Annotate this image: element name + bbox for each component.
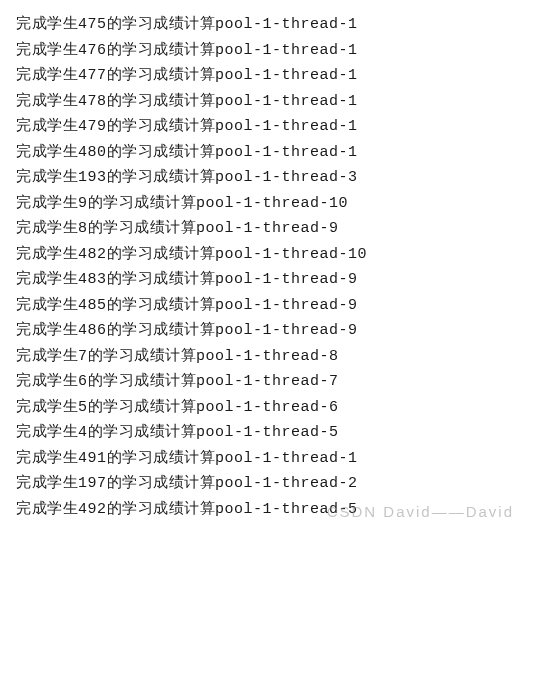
log-prefix: 完成学生 bbox=[16, 297, 78, 314]
log-prefix: 完成学生 bbox=[16, 16, 78, 33]
log-thread-name: pool-1-thread-1 bbox=[215, 118, 358, 135]
log-thread-name: pool-1-thread-3 bbox=[215, 169, 358, 186]
log-line: 完成学生193的学习成绩计算pool-1-thread-3 bbox=[16, 165, 518, 191]
log-student-id: 475 bbox=[78, 16, 107, 33]
log-prefix: 完成学生 bbox=[16, 118, 78, 135]
log-line: 完成学生9的学习成绩计算pool-1-thread-10 bbox=[16, 191, 518, 217]
log-prefix: 完成学生 bbox=[16, 322, 78, 339]
log-middle: 的学习成绩计算 bbox=[107, 118, 216, 135]
log-middle: 的学习成绩计算 bbox=[107, 144, 216, 161]
log-prefix: 完成学生 bbox=[16, 220, 78, 237]
log-thread-name: pool-1-thread-6 bbox=[196, 399, 339, 416]
log-line: 完成学生477的学习成绩计算pool-1-thread-1 bbox=[16, 63, 518, 89]
log-thread-name: pool-1-thread-5 bbox=[215, 501, 358, 518]
log-thread-name: pool-1-thread-1 bbox=[215, 67, 358, 84]
log-line: 完成学生475的学习成绩计算pool-1-thread-1 bbox=[16, 12, 518, 38]
log-student-id: 5 bbox=[78, 399, 88, 416]
log-line: 完成学生478的学习成绩计算pool-1-thread-1 bbox=[16, 89, 518, 115]
log-line: 完成学生491的学习成绩计算pool-1-thread-1 bbox=[16, 446, 518, 472]
log-prefix: 完成学生 bbox=[16, 450, 78, 467]
log-line: 完成学生7的学习成绩计算pool-1-thread-8 bbox=[16, 344, 518, 370]
log-thread-name: pool-1-thread-5 bbox=[196, 424, 339, 441]
log-thread-name: pool-1-thread-7 bbox=[196, 373, 339, 390]
log-middle: 的学习成绩计算 bbox=[107, 246, 216, 263]
log-student-id: 7 bbox=[78, 348, 88, 365]
log-prefix: 完成学生 bbox=[16, 348, 78, 365]
log-thread-name: pool-1-thread-1 bbox=[215, 450, 358, 467]
log-prefix: 完成学生 bbox=[16, 373, 78, 390]
log-middle: 的学习成绩计算 bbox=[88, 348, 197, 365]
log-student-id: 8 bbox=[78, 220, 88, 237]
log-middle: 的学习成绩计算 bbox=[88, 373, 197, 390]
log-student-id: 4 bbox=[78, 424, 88, 441]
log-thread-name: pool-1-thread-8 bbox=[196, 348, 339, 365]
log-middle: 的学习成绩计算 bbox=[88, 220, 197, 237]
log-middle: 的学习成绩计算 bbox=[107, 271, 216, 288]
log-thread-name: pool-1-thread-1 bbox=[215, 16, 358, 33]
log-thread-name: pool-1-thread-10 bbox=[196, 195, 348, 212]
log-student-id: 485 bbox=[78, 297, 107, 314]
log-student-id: 482 bbox=[78, 246, 107, 263]
log-line: 完成学生480的学习成绩计算pool-1-thread-1 bbox=[16, 140, 518, 166]
log-line: 完成学生479的学习成绩计算pool-1-thread-1 bbox=[16, 114, 518, 140]
log-student-id: 479 bbox=[78, 118, 107, 135]
log-prefix: 完成学生 bbox=[16, 399, 78, 416]
log-middle: 的学习成绩计算 bbox=[107, 169, 216, 186]
log-line: 完成学生4的学习成绩计算pool-1-thread-5 bbox=[16, 420, 518, 446]
log-line: 完成学生5的学习成绩计算pool-1-thread-6 bbox=[16, 395, 518, 421]
log-student-id: 477 bbox=[78, 67, 107, 84]
log-prefix: 完成学生 bbox=[16, 42, 78, 59]
log-student-id: 491 bbox=[78, 450, 107, 467]
log-prefix: 完成学生 bbox=[16, 475, 78, 492]
log-student-id: 197 bbox=[78, 475, 107, 492]
log-middle: 的学习成绩计算 bbox=[107, 450, 216, 467]
log-thread-name: pool-1-thread-1 bbox=[215, 42, 358, 59]
log-thread-name: pool-1-thread-10 bbox=[215, 246, 367, 263]
log-thread-name: pool-1-thread-9 bbox=[215, 297, 358, 314]
log-prefix: 完成学生 bbox=[16, 169, 78, 186]
log-middle: 的学习成绩计算 bbox=[107, 501, 216, 518]
log-line: 完成学生8的学习成绩计算pool-1-thread-9 bbox=[16, 216, 518, 242]
log-student-id: 193 bbox=[78, 169, 107, 186]
log-middle: 的学习成绩计算 bbox=[107, 297, 216, 314]
log-middle: 的学习成绩计算 bbox=[107, 42, 216, 59]
log-thread-name: pool-1-thread-1 bbox=[215, 93, 358, 110]
log-prefix: 完成学生 bbox=[16, 93, 78, 110]
log-middle: 的学习成绩计算 bbox=[88, 195, 197, 212]
log-student-id: 476 bbox=[78, 42, 107, 59]
log-student-id: 492 bbox=[78, 501, 107, 518]
log-line: 完成学生6的学习成绩计算pool-1-thread-7 bbox=[16, 369, 518, 395]
log-prefix: 完成学生 bbox=[16, 501, 78, 518]
log-student-id: 480 bbox=[78, 144, 107, 161]
log-line: 完成学生197的学习成绩计算pool-1-thread-2 bbox=[16, 471, 518, 497]
log-line: 完成学生482的学习成绩计算pool-1-thread-10 bbox=[16, 242, 518, 268]
log-student-id: 486 bbox=[78, 322, 107, 339]
log-middle: 的学习成绩计算 bbox=[107, 475, 216, 492]
log-line: 完成学生483的学习成绩计算pool-1-thread-9 bbox=[16, 267, 518, 293]
log-student-id: 6 bbox=[78, 373, 88, 390]
log-line: 完成学生486的学习成绩计算pool-1-thread-9 bbox=[16, 318, 518, 344]
log-prefix: 完成学生 bbox=[16, 246, 78, 263]
log-thread-name: pool-1-thread-9 bbox=[196, 220, 339, 237]
log-middle: 的学习成绩计算 bbox=[107, 16, 216, 33]
log-output: 完成学生475的学习成绩计算pool-1-thread-1完成学生476的学习成… bbox=[16, 12, 518, 522]
log-middle: 的学习成绩计算 bbox=[107, 67, 216, 84]
log-student-id: 483 bbox=[78, 271, 107, 288]
log-middle: 的学习成绩计算 bbox=[88, 399, 197, 416]
log-thread-name: pool-1-thread-1 bbox=[215, 144, 358, 161]
log-line: 完成学生476的学习成绩计算pool-1-thread-1 bbox=[16, 38, 518, 64]
log-student-id: 478 bbox=[78, 93, 107, 110]
log-middle: 的学习成绩计算 bbox=[107, 322, 216, 339]
log-prefix: 完成学生 bbox=[16, 271, 78, 288]
log-line: 完成学生485的学习成绩计算pool-1-thread-9 bbox=[16, 293, 518, 319]
log-prefix: 完成学生 bbox=[16, 195, 78, 212]
log-prefix: 完成学生 bbox=[16, 144, 78, 161]
log-prefix: 完成学生 bbox=[16, 424, 78, 441]
log-line: 完成学生492的学习成绩计算pool-1-thread-5 bbox=[16, 497, 518, 523]
log-student-id: 9 bbox=[78, 195, 88, 212]
log-prefix: 完成学生 bbox=[16, 67, 78, 84]
log-middle: 的学习成绩计算 bbox=[107, 93, 216, 110]
log-thread-name: pool-1-thread-9 bbox=[215, 271, 358, 288]
log-thread-name: pool-1-thread-2 bbox=[215, 475, 358, 492]
log-thread-name: pool-1-thread-9 bbox=[215, 322, 358, 339]
